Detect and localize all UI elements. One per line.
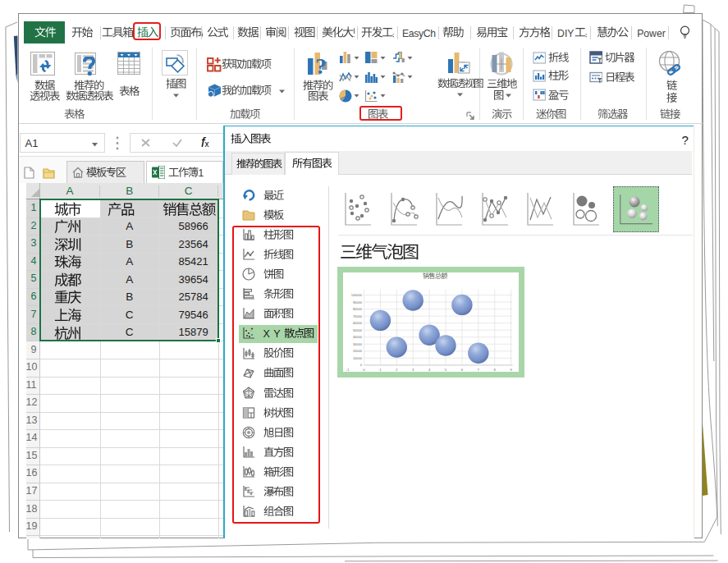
svg-text:0: 0 [363,368,365,372]
svg-text:4: 4 [428,368,431,372]
svg-text:50000: 50000 [353,327,363,332]
svg-text:6: 6 [461,368,464,372]
svg-text:20000: 20000 [353,349,363,353]
svg-text:1: 1 [379,368,382,372]
svg-text:3: 3 [412,368,414,372]
svg-text:60000: 60000 [353,321,363,325]
svg-text:90000: 90000 [353,300,363,304]
svg-text:2: 2 [396,368,398,372]
svg-text:70000: 70000 [353,314,363,318]
svg-text:0: 0 [360,363,363,367]
svg-text:8: 8 [494,368,497,372]
svg-text:40000: 40000 [353,335,363,339]
svg-text:100000: 100000 [351,293,363,297]
svg-text:10000: 10000 [353,355,363,359]
svg-text:-1: -1 [346,368,350,372]
svg-text:?: ? [315,56,327,79]
svg-text:80000: 80000 [353,307,363,311]
svg-text:5: 5 [445,368,447,372]
svg-text:30000: 30000 [353,341,363,346]
svg-text:7: 7 [478,368,480,372]
svg-text:9: 9 [510,368,512,372]
